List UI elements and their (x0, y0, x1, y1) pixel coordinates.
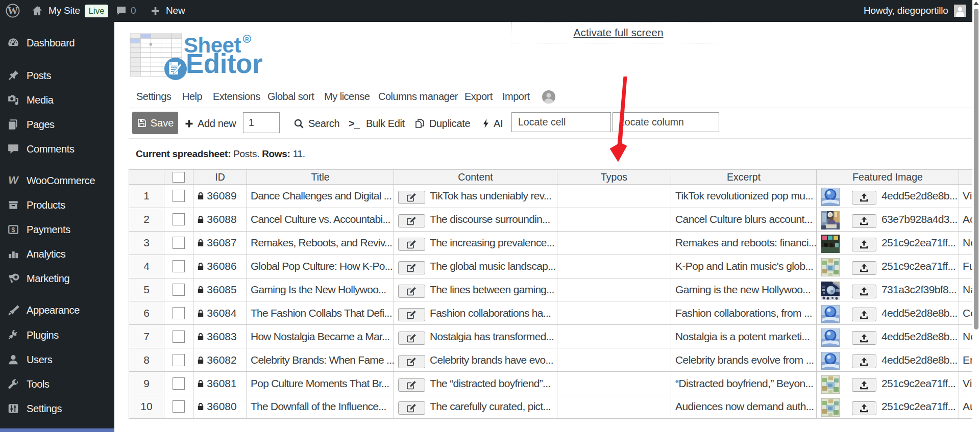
svg-text:W: W (8, 5, 18, 17)
svg-text:R: R (245, 36, 249, 42)
svg-text:W: W (8, 174, 19, 186)
svg-text:Editor: Editor (186, 48, 262, 79)
svg-text:$: $ (11, 226, 15, 234)
